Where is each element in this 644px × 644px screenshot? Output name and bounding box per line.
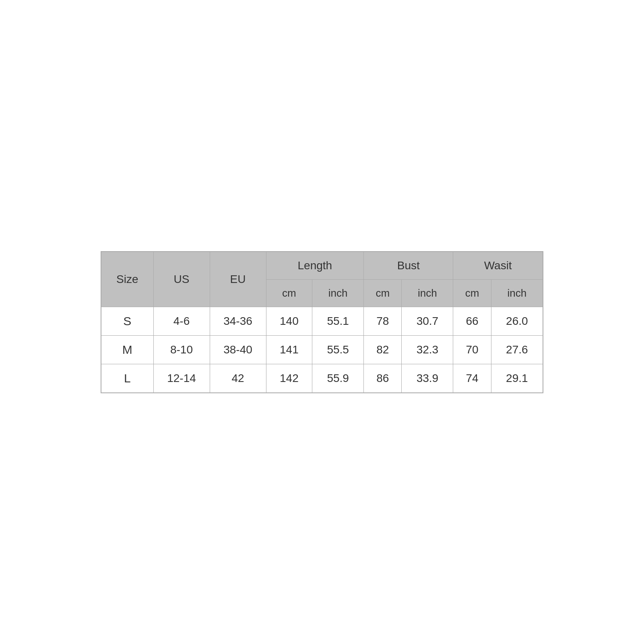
cell-size-0: S xyxy=(101,307,153,335)
cell-eu-2: 42 xyxy=(210,364,266,393)
header-wasit-cm: cm xyxy=(453,279,491,307)
cell-bust-cm-2: 86 xyxy=(364,364,402,393)
cell-eu-0: 34-36 xyxy=(210,307,266,335)
cell-length-cm-1: 141 xyxy=(266,335,312,364)
cell-length-inch-2: 55.9 xyxy=(312,364,364,393)
header-eu: EU xyxy=(210,252,266,307)
cell-wasit-inch-1: 27.6 xyxy=(491,335,543,364)
header-wasit: Wasit xyxy=(453,252,543,280)
header-size: Size xyxy=(101,252,153,307)
cell-wasit-cm-1: 70 xyxy=(453,335,491,364)
cell-length-cm-2: 142 xyxy=(266,364,312,393)
cell-bust-cm-0: 78 xyxy=(364,307,402,335)
size-chart-wrapper: Size US EU Length Bust Wasit cm inch cm … xyxy=(101,251,543,393)
header-bust: Bust xyxy=(364,252,453,280)
header-wasit-inch: inch xyxy=(491,279,543,307)
cell-us-2: 12-14 xyxy=(153,364,210,393)
cell-length-inch-1: 55.5 xyxy=(312,335,364,364)
cell-wasit-cm-2: 74 xyxy=(453,364,491,393)
cell-us-1: 8-10 xyxy=(153,335,210,364)
header-length: Length xyxy=(266,252,364,280)
size-chart-table: Size US EU Length Bust Wasit cm inch cm … xyxy=(101,251,543,393)
header-length-cm: cm xyxy=(266,279,312,307)
cell-bust-inch-0: 30.7 xyxy=(402,307,453,335)
cell-eu-1: 38-40 xyxy=(210,335,266,364)
cell-bust-cm-1: 82 xyxy=(364,335,402,364)
header-bust-cm: cm xyxy=(364,279,402,307)
header-length-inch: inch xyxy=(312,279,364,307)
cell-wasit-cm-0: 66 xyxy=(453,307,491,335)
cell-wasit-inch-2: 29.1 xyxy=(491,364,543,393)
table-row: L 12-14 42 142 55.9 86 33.9 74 29.1 xyxy=(101,364,543,393)
cell-size-1: M xyxy=(101,335,153,364)
cell-wasit-inch-0: 26.0 xyxy=(491,307,543,335)
cell-length-inch-0: 55.1 xyxy=(312,307,364,335)
table-row: S 4-6 34-36 140 55.1 78 30.7 66 26.0 xyxy=(101,307,543,335)
cell-us-0: 4-6 xyxy=(153,307,210,335)
cell-bust-inch-2: 33.9 xyxy=(402,364,453,393)
cell-size-2: L xyxy=(101,364,153,393)
cell-length-cm-0: 140 xyxy=(266,307,312,335)
table-row: M 8-10 38-40 141 55.5 82 32.3 70 27.6 xyxy=(101,335,543,364)
cell-bust-inch-1: 32.3 xyxy=(402,335,453,364)
header-us: US xyxy=(153,252,210,307)
header-bust-inch: inch xyxy=(402,279,453,307)
